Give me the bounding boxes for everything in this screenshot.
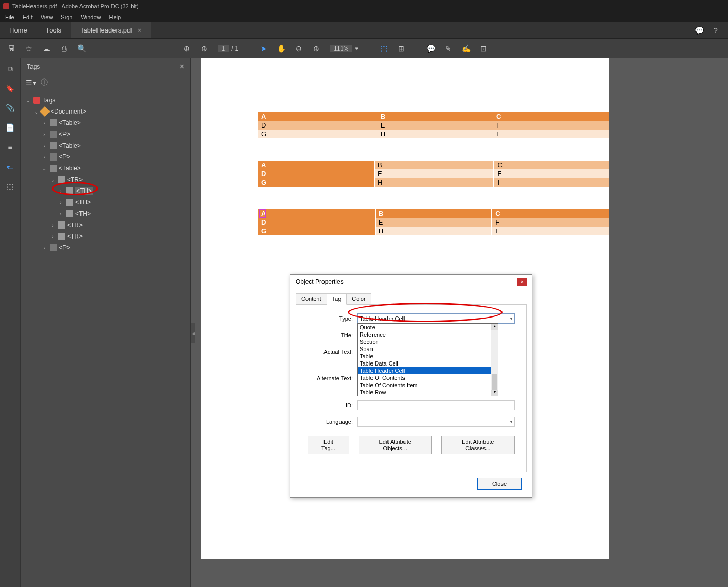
tree-node-p[interactable]: ›<P> [21, 242, 190, 253]
print-icon[interactable]: ⎙ [60, 44, 68, 53]
tab-home-label: Home [9, 26, 27, 34]
search-icon[interactable]: 🔍 [77, 44, 86, 53]
menu-view[interactable]: View [37, 14, 57, 20]
dropdown-option[interactable]: Table Row [358, 389, 498, 396]
page-table-2: ABC DEF GHI [258, 161, 609, 187]
dialog-close-icon[interactable]: × [517, 278, 527, 286]
type-dropdown-list: Quote Reference Section Span Table Table… [357, 323, 498, 396]
dialog-tab-color[interactable]: Color [346, 293, 371, 305]
dropdown-option[interactable]: Table Of Contents [358, 374, 498, 382]
dropdown-option[interactable]: Span [358, 345, 498, 353]
edit-attribute-classes-button[interactable]: Edit Attribute Classes... [441, 436, 515, 454]
dropdown-option[interactable]: Section [358, 338, 498, 345]
label-type: Type: [308, 315, 357, 322]
arrow-tool-icon[interactable]: ➤ [260, 44, 268, 53]
menu-edit[interactable]: Edit [19, 14, 37, 20]
chat-icon[interactable]: 💬 [695, 26, 703, 35]
tree-node-th[interactable]: ›<TH> [21, 208, 190, 219]
dropdown-option[interactable]: Quote [358, 324, 498, 331]
bookmarks-icon[interactable]: 🔖 [6, 84, 14, 92]
splitter-handle[interactable]: ◂ [191, 323, 195, 343]
left-sidebar: ⧉ 🔖 📎 📄 ≡ 🏷 ⬚ [0, 58, 21, 587]
page-table-1: ABC DEF GHI [258, 112, 609, 138]
tags-info-icon[interactable]: ⓘ [40, 78, 48, 87]
fit-page-icon[interactable]: ⊞ [397, 44, 406, 53]
zoom-level[interactable]: 111% [330, 45, 352, 52]
dialog-title: Object Properties [296, 278, 344, 285]
hand-tool-icon[interactable]: ✋ [277, 44, 285, 53]
menu-help[interactable]: Help [105, 14, 125, 20]
dropdown-option[interactable]: Reference [358, 331, 498, 338]
menu-window[interactable]: Window [76, 14, 105, 20]
document-view: ◂ ABC DEF GHI ABC DEF GHI ABC DEF GHI Ob [191, 58, 728, 587]
tree-node-th-selected[interactable]: ›<TH> [21, 185, 190, 197]
tree-node-tags[interactable]: ⌄Tags [21, 94, 190, 106]
page-total: 1 [235, 45, 238, 52]
dropdown-option-selected[interactable]: Table Header Cell [358, 367, 498, 374]
fit-width-icon[interactable]: ⬚ [380, 44, 388, 53]
highlight-icon[interactable]: ✎ [444, 44, 452, 53]
tab-close-icon[interactable]: × [138, 27, 141, 34]
selected-cell-highlight [259, 209, 266, 218]
page: ABC DEF GHI ABC DEF GHI ABC DEF GHI Obje… [201, 58, 609, 559]
dropdown-option[interactable]: Table [358, 353, 498, 360]
page-current[interactable]: 1 [218, 45, 229, 52]
tree-node-p[interactable]: ›<P> [21, 129, 190, 140]
tree-node-tr[interactable]: ›<TR> [21, 219, 190, 231]
edit-tag-button[interactable]: Edit Tag... [308, 436, 349, 454]
dropdown-option[interactable]: Table Data Cell [358, 360, 498, 367]
menu-file[interactable]: File [1, 14, 19, 20]
tree-node-p[interactable]: ›<P> [21, 151, 190, 163]
close-button[interactable]: Close [477, 478, 522, 490]
save-icon[interactable]: 🖫 [7, 44, 15, 53]
tree-node-table[interactable]: ›<Table> [21, 140, 190, 151]
sign-icon[interactable]: ✍ [462, 44, 470, 53]
tags-options-icon[interactable]: ☰▾ [27, 78, 35, 87]
dialog-tab-tag[interactable]: Tag [327, 293, 347, 305]
label-title: Title: [308, 332, 357, 338]
label-language: Language: [308, 419, 357, 425]
tab-tools-label: Tools [46, 26, 61, 34]
app-tabs: Home Tools TableHeaders.pdf × 💬 ? [0, 22, 728, 39]
page-sep: / [231, 45, 233, 52]
tags-panel-title: Tags [27, 63, 40, 70]
comment-icon[interactable]: 💬 [427, 44, 435, 53]
tab-document-label: TableHeaders.pdf [80, 26, 133, 34]
language-dropdown[interactable]: ▾ [357, 417, 515, 427]
tree-node-document[interactable]: ⌄<Document> [21, 106, 190, 117]
tree-node-table[interactable]: ⌄<Table> [21, 163, 190, 174]
zoom-out-icon[interactable]: ⊖ [295, 44, 303, 53]
tree-node-tr[interactable]: ⌄<TR> [21, 174, 190, 185]
tab-document[interactable]: TableHeaders.pdf × [71, 22, 151, 38]
signatures-icon[interactable]: 📄 [6, 123, 14, 132]
layers-icon[interactable]: ≡ [6, 143, 14, 151]
zoom-in-icon[interactable]: ⊕ [312, 44, 320, 53]
tree-node-th[interactable]: ›<TH> [21, 197, 190, 208]
thumbnails-icon[interactable]: ⧉ [6, 65, 14, 73]
dialog-tab-content[interactable]: Content [296, 293, 327, 305]
window-title: TableHeaders.pdf - Adobe Acrobat Pro DC … [12, 3, 139, 9]
tree-node-tr[interactable]: ›<TR> [21, 231, 190, 242]
id-field[interactable] [357, 400, 515, 410]
stamp-icon[interactable]: ⊡ [479, 44, 488, 53]
page-up-icon[interactable]: ⊕ [183, 44, 191, 53]
page-table-3: ABC DEF GHI [258, 209, 609, 235]
titlebar: TableHeaders.pdf - Adobe Acrobat Pro DC … [0, 0, 728, 12]
page-down-icon[interactable]: ⊕ [200, 44, 208, 53]
tree-node-table[interactable]: ›<Table> [21, 117, 190, 129]
cloud-icon[interactable]: ☁ [42, 44, 51, 53]
menubar: File Edit View Sign Window Help [0, 12, 728, 22]
dropdown-scrollbar[interactable]: ▴▾ [491, 324, 498, 396]
menu-sign[interactable]: Sign [57, 14, 76, 20]
help-icon[interactable]: ? [711, 26, 720, 35]
tab-tools[interactable]: Tools [37, 22, 71, 38]
attachments-icon[interactable]: 📎 [6, 104, 14, 112]
dropdown-option[interactable]: Table Of Contents Item [358, 382, 498, 389]
tags-panel-close-icon[interactable]: × [180, 62, 184, 71]
star-icon[interactable]: ☆ [25, 44, 33, 53]
edit-attribute-objects-button[interactable]: Edit Attribute Objects... [359, 436, 432, 454]
type-dropdown[interactable]: Table Header Cell▾ [357, 313, 515, 324]
tab-home[interactable]: Home [0, 22, 37, 38]
tags-icon[interactable]: 🏷 [6, 163, 14, 171]
order-icon[interactable]: ⬚ [6, 182, 14, 191]
